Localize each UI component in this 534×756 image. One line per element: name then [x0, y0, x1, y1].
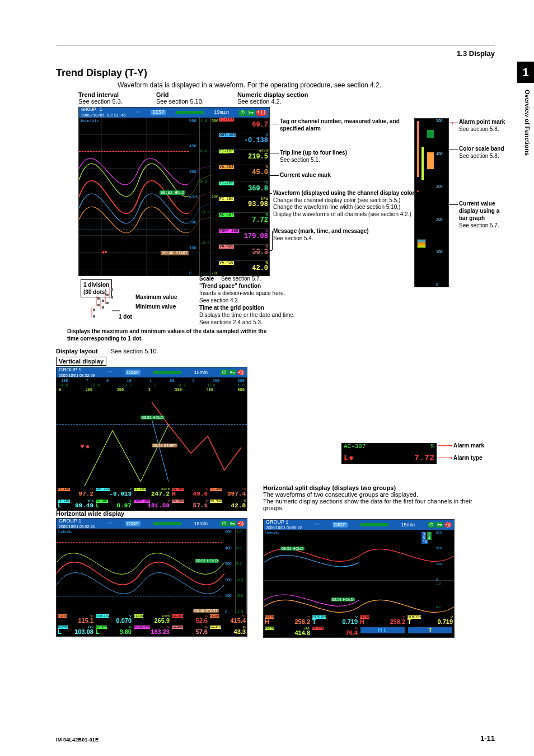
callout-curval: Current value display using a bar graphS… — [459, 200, 506, 229]
svg-rect-0 — [93, 315, 95, 318]
callout-min: Minimum value — [135, 303, 176, 310]
trend-interval-label: Trend interval — [78, 91, 119, 98]
group-label: GROUP 1 — [81, 107, 102, 113]
page-title: Trend Display (T-Y) — [56, 67, 506, 79]
column-labels: Trend interval See section 5.3. Grid See… — [78, 91, 506, 105]
key-icon: 🗝 — [247, 110, 255, 116]
callout-alm-point: Alarm point markSee section 5.8. — [459, 118, 505, 133]
callout-tag: Tag or channel number, measured value, a… — [280, 118, 409, 132]
numeric-panel: TI-101°C69.7OUT-102V-0.138FI-103m3/h219.… — [218, 118, 269, 276]
start-marker: ◄● — [101, 250, 107, 255]
callout-scale: Scale See section 5.7. "Trend space" fun… — [199, 275, 295, 326]
svg-rect-5 — [102, 306, 104, 309]
scale-strip: 500400300m3/h2001000 1.00.60.2-0.2-0.6-1… — [189, 118, 218, 276]
hwide-screen: GROUP 12005/10/01 08:52:24 〰 DISP 18min … — [56, 518, 247, 637]
callout-curmark: Current value mark — [280, 172, 331, 179]
footer-code: IM 04L42B01-01E — [56, 737, 99, 743]
alm-point-dot: ● — [451, 120, 454, 125]
svg-rect-4 — [102, 300, 104, 302]
bar-icon — [176, 111, 204, 114]
svg-rect-3 — [97, 297, 100, 300]
alarm-block: AC-307% L● 7.72 — [341, 443, 437, 464]
timestamp: 2005/10/01 08:51:46 — [81, 113, 126, 118]
svg-rect-6 — [106, 294, 109, 296]
numeric-section-ref: See section 4.2. — [237, 98, 282, 105]
callout-msg: Message (mark, time, and message)See sec… — [273, 228, 369, 242]
section-label: 1.3 Display — [457, 49, 495, 58]
callout-max: Maximum value — [135, 293, 177, 301]
interval-label: 19min — [214, 110, 229, 115]
footer-page: 1-11 — [480, 734, 495, 743]
callout-wave: Waveform (displayed using the channel di… — [273, 190, 480, 218]
disp-badge: DISP — [151, 110, 166, 115]
callout-color-band: Color scale bandSee section 5.8. — [459, 145, 504, 160]
alarm-type-label: Alarm type — [453, 454, 483, 461]
hsplit-caption: Horizontal split display (displays two g… — [263, 484, 481, 511]
svg-rect-8 — [111, 288, 113, 291]
maxmin-desc: Displays the maximum and minimum values … — [67, 328, 269, 342]
grid-label: Grid — [156, 91, 169, 98]
top-rule — [56, 45, 495, 45]
svg-rect-7 — [106, 302, 109, 304]
screen-titlebar: GROUP 12005/10/01 08:51:46 〰 DISP 19min … — [79, 108, 269, 118]
trend-interval-ref: See section 5.3. — [78, 98, 123, 105]
numeric-section-label: Numeric display section — [237, 91, 308, 98]
dot-diagram — [90, 281, 134, 325]
hold-flag: 08:51 HOLD — [160, 190, 185, 195]
figure-main: GROUP 12005/10/01 08:51:46 〰 DISP 19min … — [56, 107, 506, 342]
svg-rect-2 — [97, 304, 100, 306]
callout-trip: Trip line (up to four lines)See section … — [280, 150, 347, 164]
chapter-tab: 1 — [517, 62, 534, 83]
clock-icon: ⏱ — [239, 110, 246, 116]
vertical-display-screen: GROUP 12005/10/01 08:52:09 〰 DISP 18min … — [56, 367, 247, 508]
intro-text: Waveform data is displayed in a waveform… — [118, 81, 506, 89]
chapter-title: Overview of Functions — [519, 90, 531, 156]
vertical-display-label: Vertical display — [56, 357, 106, 366]
start-flag: 08:48 START — [161, 251, 189, 255]
display-layout-line: Display layout See section 5.10. — [56, 348, 506, 354]
svg-rect-1 — [93, 309, 95, 311]
hsplit-screen: GROUP 12005/10/01 08:55:22 〰 DISP 15min … — [263, 519, 455, 638]
grid-ref: See section 5.10. — [156, 98, 204, 105]
rec-icon: •)) — [256, 110, 267, 116]
svg-rect-9 — [111, 296, 113, 298]
alarm-mark-label: Alarm mark — [453, 442, 484, 449]
